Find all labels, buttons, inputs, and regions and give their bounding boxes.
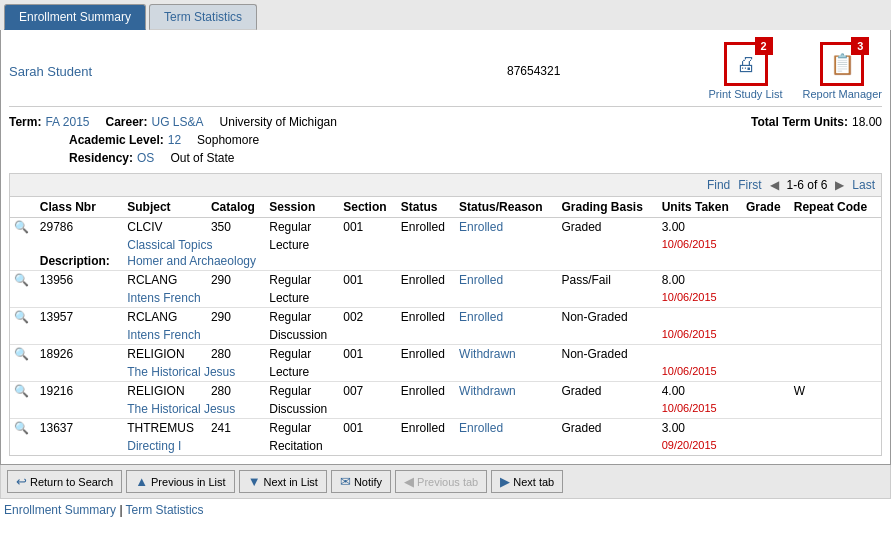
sub-empty: [10, 363, 36, 382]
row-section: 001: [339, 271, 397, 290]
row-session: Regular: [265, 271, 339, 290]
sub-session: Recitation: [265, 437, 339, 455]
report-icon: 📋: [830, 52, 855, 76]
row-status-reason[interactable]: Withdrawn: [455, 345, 557, 364]
sub-empty: [10, 326, 36, 345]
sub-empty6: [558, 236, 658, 254]
return-to-search-button[interactable]: ↩ Return to Search: [7, 470, 122, 493]
row-status-reason[interactable]: Enrolled: [455, 308, 557, 327]
row-status-reason[interactable]: Withdrawn: [455, 382, 557, 401]
row-section: 007: [339, 382, 397, 401]
tab-term-statistics[interactable]: Term Statistics: [149, 4, 257, 30]
row-class-nbr: 13956: [36, 271, 123, 290]
table-row-sub: Intens French Discussion 10/06/2015: [10, 326, 881, 345]
sub-empty: [10, 289, 36, 308]
table-header-row: Class Nbr Subject Catalog Session Sectio…: [10, 197, 881, 218]
row-search-icon[interactable]: 🔍: [10, 382, 36, 401]
notify-button[interactable]: ✉ Notify: [331, 470, 391, 493]
row-search-icon[interactable]: 🔍: [10, 218, 36, 237]
print-study-list-button[interactable]: 2 🖨 Print Study List: [709, 42, 783, 100]
tab-enrollment-summary[interactable]: Enrollment Summary: [4, 4, 146, 30]
row-status-reason[interactable]: Enrolled: [455, 271, 557, 290]
find-link[interactable]: Find: [707, 178, 730, 192]
row-search-icon[interactable]: 🔍: [10, 271, 36, 290]
residency-label: Residency:: [69, 151, 133, 165]
footer-link-term-statistics[interactable]: Term Statistics: [126, 503, 204, 517]
row-grade: [742, 308, 790, 327]
col-status-reason: Status/Reason: [455, 197, 557, 218]
row-class-nbr: 13637: [36, 419, 123, 438]
row-status-reason[interactable]: Enrolled: [455, 419, 557, 438]
row-grade: [742, 345, 790, 364]
row-status-reason[interactable]: Enrolled: [455, 218, 557, 237]
next-nav-icon[interactable]: ▶: [835, 178, 844, 192]
row-catalog: 280: [207, 345, 265, 364]
sub-session: Discussion: [265, 400, 339, 419]
next-in-list-button[interactable]: ▼ Next in List: [239, 470, 327, 493]
row-search-icon[interactable]: 🔍: [10, 345, 36, 364]
row-search-icon[interactable]: 🔍: [10, 308, 36, 327]
col-section: Section: [339, 197, 397, 218]
col-repeat-code: Repeat Code: [790, 197, 881, 218]
table-row: 🔍 29786 CLCIV 350 Regular 001 Enrolled E…: [10, 218, 881, 237]
sub-empty2: [36, 363, 123, 382]
bottom-nav: ↩ Return to Search ▲ Previous in List ▼ …: [0, 465, 891, 499]
prev-list-icon: ▲: [135, 474, 148, 489]
row-grade: [742, 382, 790, 401]
sub-empty6: [558, 363, 658, 382]
row-class-nbr: 13957: [36, 308, 123, 327]
table-row-desc: Description: Homer and Archaeology: [10, 254, 881, 271]
first-link[interactable]: First: [738, 178, 761, 192]
sub-empty4: [397, 437, 455, 455]
row-grading-basis: Pass/Fail: [558, 271, 658, 290]
row-grading-basis: Non-Graded: [558, 308, 658, 327]
row-units-taken: 4.00: [658, 382, 742, 401]
table-row-sub: The Historical Jesus Lecture 10/06/2015: [10, 363, 881, 382]
row-status: Enrolled: [397, 308, 455, 327]
sub-empty3: [339, 326, 397, 345]
row-catalog: 290: [207, 308, 265, 327]
university: University of Michigan: [220, 115, 337, 129]
row-section: 001: [339, 218, 397, 237]
sub-empty4: [397, 400, 455, 419]
sub-empty8: [790, 437, 881, 455]
row-repeat-code: [790, 218, 881, 237]
row-catalog: 241: [207, 419, 265, 438]
next-tab-button[interactable]: ▶ Next tab: [491, 470, 563, 493]
row-class-nbr: 19216: [36, 382, 123, 401]
term-label: Term:: [9, 115, 41, 129]
sub-empty2: [36, 400, 123, 419]
row-search-icon[interactable]: 🔍: [10, 419, 36, 438]
row-units-taken: [658, 308, 742, 327]
sub-empty2: [36, 326, 123, 345]
print-icon: 🖨: [736, 53, 756, 76]
last-link[interactable]: Last: [852, 178, 875, 192]
sub-subject[interactable]: Intens French: [123, 289, 265, 308]
footer-link-enrollment[interactable]: Enrollment Summary: [4, 503, 116, 517]
sub-empty5: [455, 437, 557, 455]
row-repeat-code: [790, 345, 881, 364]
previous-in-list-button[interactable]: ▲ Previous in List: [126, 470, 234, 493]
row-status: Enrolled: [397, 271, 455, 290]
sub-subject[interactable]: The Historical Jesus: [123, 400, 265, 419]
student-name: Sarah Student: [9, 64, 359, 79]
row-subject: RCLANG: [123, 271, 207, 290]
previous-tab-button[interactable]: ◀ Previous tab: [395, 470, 487, 493]
table-row: 🔍 13637 THTREMUS 241 Regular 001 Enrolle…: [10, 419, 881, 438]
report-manager-button[interactable]: 3 📋 Report Manager: [803, 42, 883, 100]
sub-empty7: [742, 236, 790, 254]
col-units-taken: Units Taken: [658, 197, 742, 218]
sub-subject[interactable]: Classical Topics: [123, 236, 265, 254]
next-list-icon: ▼: [248, 474, 261, 489]
row-units-taken: 8.00: [658, 271, 742, 290]
prev-nav-icon[interactable]: ◀: [770, 178, 779, 192]
sub-subject[interactable]: The Historical Jesus: [123, 363, 265, 382]
sub-session: Lecture: [265, 363, 339, 382]
sub-empty5: [455, 400, 557, 419]
sub-subject[interactable]: Directing I: [123, 437, 265, 455]
sub-empty7: [742, 437, 790, 455]
sub-session: Lecture: [265, 236, 339, 254]
row-session: Regular: [265, 419, 339, 438]
sub-subject[interactable]: Intens French: [123, 326, 265, 345]
sub-empty2: [36, 289, 123, 308]
